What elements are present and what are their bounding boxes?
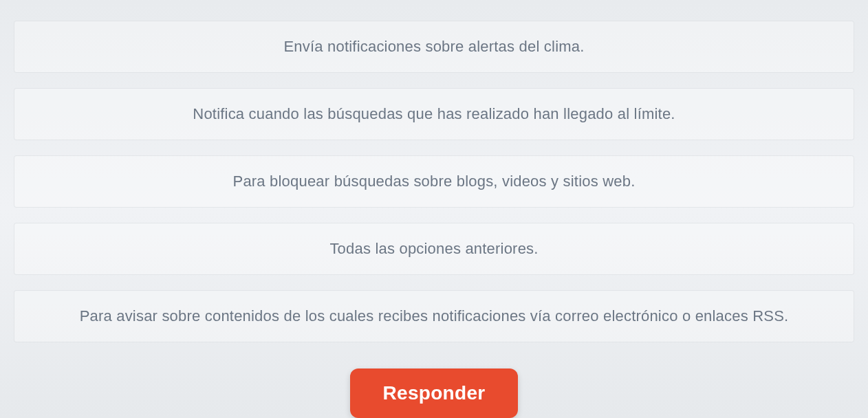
quiz-option-label: Notifica cuando las búsquedas que has re… <box>193 105 675 122</box>
quiz-option[interactable]: Todas las opciones anteriores. <box>14 223 854 275</box>
respond-button[interactable]: Responder <box>350 368 519 418</box>
submit-container: Responder <box>0 368 868 418</box>
quiz-option[interactable]: Notifica cuando las búsquedas que has re… <box>14 88 854 140</box>
quiz-option-label: Envía notificaciones sobre alertas del c… <box>284 38 585 55</box>
quiz-option[interactable]: Para avisar sobre contenidos de los cual… <box>14 290 854 342</box>
quiz-option[interactable]: Para bloquear búsquedas sobre blogs, vid… <box>14 155 854 208</box>
quiz-option[interactable]: Envía notificaciones sobre alertas del c… <box>14 21 854 73</box>
quiz-option-label: Para bloquear búsquedas sobre blogs, vid… <box>233 173 636 190</box>
quiz-option-label: Para avisar sobre contenidos de los cual… <box>80 307 789 324</box>
quiz-options-list: Envía notificaciones sobre alertas del c… <box>0 21 868 342</box>
quiz-option-label: Todas las opciones anteriores. <box>329 240 538 257</box>
